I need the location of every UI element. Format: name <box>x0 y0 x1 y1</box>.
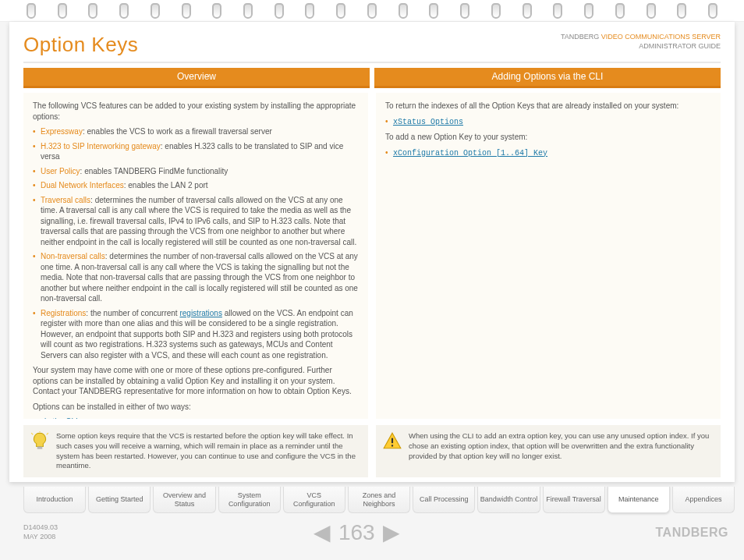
list-item: xStatus Options <box>385 116 711 128</box>
svg-rect-4 <box>391 438 393 444</box>
list-item: Non-traversal calls: determines the numb… <box>33 251 359 304</box>
cli-p2: To add a new Option Key to your system: <box>385 132 711 143</box>
tab-zones-and-neighbors[interactable]: Zones and Neighbors <box>348 487 410 513</box>
warning-icon <box>382 431 402 452</box>
list-item: User Policy: enables TANDBERG FindMe fun… <box>33 166 359 177</box>
tab-firewall-traversal[interactable]: Firewall Traversal <box>543 487 605 513</box>
nav-tabs: IntroductionGetting StartedOverview and … <box>23 487 735 513</box>
xconfig-link[interactable]: xConfiguration Option [1..64] Key <box>393 149 547 158</box>
doc-number: D14049.03 <box>23 523 58 531</box>
svg-rect-5 <box>391 445 393 446</box>
svg-line-2 <box>31 433 33 434</box>
doc-date: MAY 2008 <box>23 533 55 541</box>
note-text: Some option keys require that the VCS is… <box>56 431 356 470</box>
list-item: Registrations: the number of concurrent … <box>33 308 359 361</box>
lightbulb-icon <box>30 431 50 452</box>
company-name: TANDBERG <box>561 33 599 41</box>
registrations-link[interactable]: registrations <box>179 309 221 317</box>
notes-row: Some option keys require that the VCS is… <box>23 425 721 477</box>
overview-header: Overview <box>23 68 370 88</box>
tab-getting-started[interactable]: Getting Started <box>88 487 151 513</box>
doc-identity: TANDBERG VIDEO COMMUNICATIONS SERVER ADM… <box>561 33 721 51</box>
tab-appendices[interactable]: Appendices <box>672 487 735 513</box>
tab-introduction[interactable]: Introduction <box>23 487 86 513</box>
overview-para1: Your system may have come with one or mo… <box>33 365 359 397</box>
cli-warning-note: When using the CLI to add an extra optio… <box>376 425 721 477</box>
spiral-binding <box>0 0 744 22</box>
via-cli-link[interactable]: via the CLI <box>41 417 78 419</box>
list-item: via the CLI. <box>33 416 359 419</box>
tab-overview-and-status[interactable]: Overview and Status <box>153 487 215 513</box>
guide-type: ADMINISTRATOR GUIDE <box>639 42 721 50</box>
cli-p1: To return the indexes of all the Option … <box>385 101 711 112</box>
page-body: Option Keys TANDBERG VIDEO COMMUNICATION… <box>9 22 735 482</box>
page-footer: D14049.03 MAY 2008 ◀ 163 ▶ TANDBERG <box>23 519 728 545</box>
page-title: Option Keys <box>23 33 138 57</box>
list-item: H.323 to SIP Interworking gateway: enabl… <box>33 141 359 162</box>
next-page-arrow[interactable]: ▶ <box>383 519 400 545</box>
tab-vcs-configuration[interactable]: VCS Configuration <box>283 487 345 513</box>
list-item: xConfiguration Option [1..64] Key <box>385 147 711 159</box>
brand-logo: TANDBERG <box>656 526 728 540</box>
column-headers: Overview Adding Options via the CLI <box>23 68 721 88</box>
svg-rect-0 <box>37 447 43 449</box>
xstatus-link[interactable]: xStatus Options <box>393 118 463 126</box>
tab-call-processing[interactable]: Call Processing <box>413 487 475 513</box>
cli-header: Adding Options via the CLI <box>374 68 721 88</box>
svg-line-3 <box>47 433 48 434</box>
note-text: When using the CLI to add an extra optio… <box>409 431 709 460</box>
cli-column: To return the indexes of all the Option … <box>376 93 721 419</box>
method-list: via the CLI. via the web interface. <box>33 416 359 419</box>
tab-bandwidth-control[interactable]: Bandwidth Control <box>477 487 540 513</box>
overview-column: The following VCS features can be added … <box>23 93 368 419</box>
overview-para2: Options can be installed in either of tw… <box>33 402 359 413</box>
overview-intro: The following VCS features can be added … <box>33 101 359 122</box>
pager: ◀ 163 ▶ <box>314 519 400 545</box>
prev-page-arrow[interactable]: ◀ <box>314 519 331 545</box>
product-name: VIDEO COMMUNICATIONS SERVER <box>601 33 721 41</box>
list-item: Dual Network Interfaces: enables the LAN… <box>33 180 359 191</box>
restart-note: Some option keys require that the VCS is… <box>23 425 368 477</box>
page-number: 163 <box>338 520 375 545</box>
tab-maintenance[interactable]: Maintenance <box>608 487 670 513</box>
tab-system-configuration[interactable]: System Configuration <box>218 487 281 513</box>
page-header: Option Keys TANDBERG VIDEO COMMUNICATION… <box>23 33 721 63</box>
list-item: Traversal calls: determines the number o… <box>33 195 359 248</box>
doc-info: D14049.03 MAY 2008 <box>23 523 58 541</box>
feature-list: Expressway: enables the VCS to work as a… <box>33 126 359 360</box>
list-item: Expressway: enables the VCS to work as a… <box>33 126 359 137</box>
